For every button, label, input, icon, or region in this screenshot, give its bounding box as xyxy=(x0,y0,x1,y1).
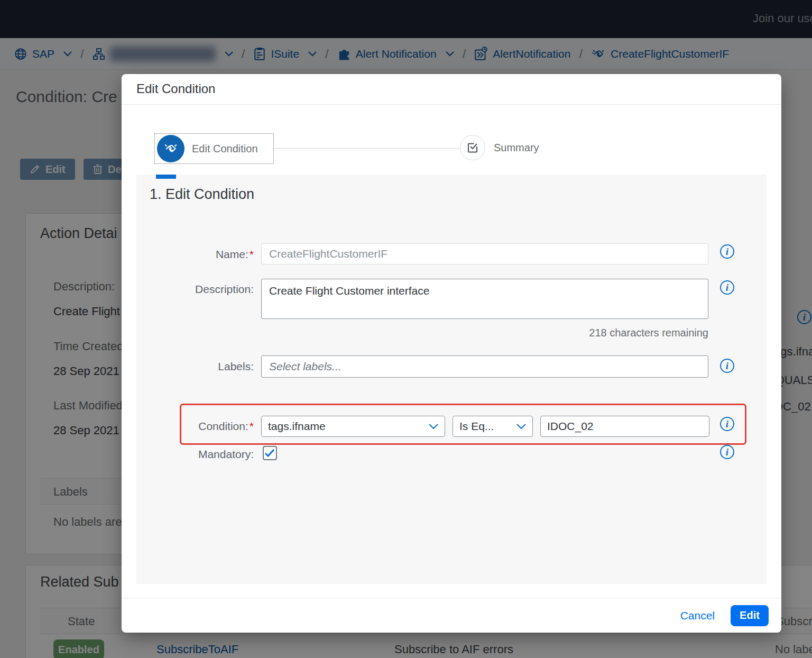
description-label: Description: xyxy=(150,283,254,296)
labels-input[interactable] xyxy=(261,355,708,378)
wizard-step-edit-condition[interactable]: Edit Condition xyxy=(154,133,274,164)
characters-remaining: 218 characters remaining xyxy=(261,327,708,339)
cancel-button[interactable]: Cancel xyxy=(680,609,715,622)
dialog-content: 1. Edit Condition Name:* i Description: … xyxy=(136,175,767,584)
wizard-step-summary[interactable]: Summary xyxy=(460,135,539,160)
edit-submit-button[interactable]: Edit xyxy=(731,605,769,626)
wizard-step-label: Summary xyxy=(494,142,539,154)
required-asterisk: * xyxy=(250,248,254,260)
mandatory-label: Mandatory: xyxy=(150,448,254,461)
name-label: Name:* xyxy=(150,248,254,261)
name-input[interactable] xyxy=(261,243,708,264)
check-square-icon xyxy=(460,135,485,160)
wizard-connector-line xyxy=(273,148,460,149)
info-icon[interactable]: i xyxy=(720,244,734,259)
check-icon xyxy=(265,449,275,457)
labels-label: Labels: xyxy=(150,360,254,373)
dialog-footer: Cancel Edit xyxy=(122,598,781,633)
handshake-icon xyxy=(157,135,184,162)
info-icon[interactable]: i xyxy=(720,359,734,373)
dialog-title: Edit Condition xyxy=(136,81,215,96)
info-icon[interactable]: i xyxy=(720,445,734,459)
annotation-highlight-box xyxy=(180,404,746,445)
active-step-indicator xyxy=(156,175,176,179)
wizard-step-label: Edit Condition xyxy=(192,143,258,155)
mandatory-checkbox[interactable] xyxy=(263,446,277,460)
description-textarea[interactable]: Create Flight Customer interface xyxy=(261,279,708,319)
section-title: 1. Edit Condition xyxy=(150,186,254,203)
info-icon[interactable]: i xyxy=(720,280,734,295)
dialog-header: Edit Condition xyxy=(122,74,781,105)
edit-condition-dialog: Edit Condition Edit Condition Summary 1.… xyxy=(122,74,781,633)
